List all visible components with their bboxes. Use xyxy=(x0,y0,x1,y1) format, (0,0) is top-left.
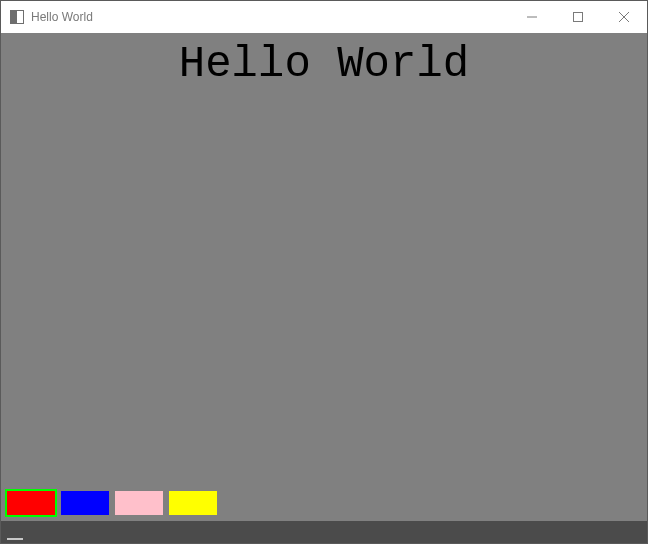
close-button[interactable] xyxy=(601,1,647,33)
application-window: Hello World Hello World xyxy=(0,0,648,544)
status-bar xyxy=(1,521,647,543)
color-swatch-red[interactable] xyxy=(5,489,57,517)
app-icon xyxy=(9,9,25,25)
color-swatch-blue[interactable] xyxy=(59,489,111,517)
status-indicator xyxy=(7,538,23,540)
color-palette xyxy=(1,487,647,521)
minimize-button[interactable] xyxy=(509,1,555,33)
svg-rect-1 xyxy=(11,11,18,24)
titlebar: Hello World xyxy=(1,1,647,33)
spacer xyxy=(1,89,647,487)
svg-rect-3 xyxy=(574,13,583,22)
window-controls xyxy=(509,1,647,33)
client-area: Hello World xyxy=(1,33,647,543)
page-title: Hello World xyxy=(1,39,647,89)
color-swatch-yellow[interactable] xyxy=(167,489,219,517)
maximize-button[interactable] xyxy=(555,1,601,33)
color-swatch-pink[interactable] xyxy=(113,489,165,517)
window-title: Hello World xyxy=(31,10,509,24)
